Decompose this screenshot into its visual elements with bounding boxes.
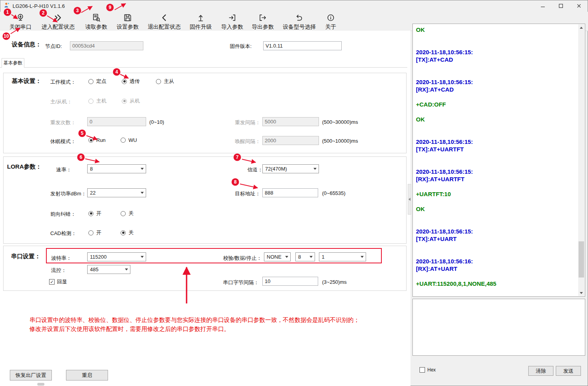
- parity-select[interactable]: NONE: [264, 252, 291, 261]
- radio-fec-on[interactable]: 开: [88, 210, 101, 217]
- log-line: [RX]:AT+CAD: [416, 86, 576, 93]
- maximize-button[interactable]: [552, 0, 570, 12]
- flow-control-label: 流控：: [51, 267, 66, 274]
- import-icon: [228, 13, 236, 24]
- radio-workmode-fixed[interactable]: 定点: [88, 78, 106, 85]
- checkbox-icon: [419, 367, 425, 373]
- warning-line-2: 修改并设置后下次使用该软件配置时，需要用修改之后的串口参数打开串口。: [29, 325, 230, 333]
- factory-reset-button[interactable]: 恢复出厂设置: [10, 370, 52, 380]
- log-line: 2020-11-18,10:56:15:: [416, 78, 576, 86]
- save-icon: [123, 13, 132, 24]
- radio-icon: [121, 230, 126, 235]
- select-value: 72(470M): [265, 166, 287, 172]
- work-mode-label: 工作模式：: [50, 79, 76, 86]
- rate-select[interactable]: 8: [87, 164, 146, 173]
- log-line: OK: [416, 26, 576, 33]
- data-bits-select[interactable]: 8: [295, 252, 315, 261]
- tab-strip: [0, 67, 407, 68]
- firmware-version-label: 固件版本:: [230, 43, 252, 50]
- radio-label: 主从: [164, 78, 174, 85]
- resend-count-range: (0~10): [149, 119, 164, 125]
- toolbar-button-exit-config[interactable]: 退出配置状态: [145, 13, 184, 30]
- chevron-down-icon: [285, 256, 288, 258]
- tab-basic-params[interactable]: 基本参数: [2, 58, 24, 68]
- toolbar-button-label: 设置参数: [117, 24, 139, 31]
- hex-checkbox[interactable]: Hex: [419, 367, 436, 373]
- target-addr-input[interactable]: [262, 188, 318, 197]
- toolbar-button-set-params[interactable]: 设置参数: [115, 13, 141, 30]
- scroll-down-icon[interactable]: [578, 290, 584, 296]
- device-info-label: 设备信息：: [12, 41, 41, 48]
- toolbar-button-label: 进入配置状态: [42, 24, 75, 31]
- toolbar-button-import-params[interactable]: 导入参数: [219, 13, 245, 30]
- radio-cad-on[interactable]: 开: [88, 229, 101, 236]
- enter-config-icon: [54, 13, 62, 24]
- toolbar-button-enter-config[interactable]: 进入配置状态: [40, 13, 76, 30]
- horizontal-scrollbar-thumb[interactable]: [37, 383, 44, 386]
- minimize-button[interactable]: [534, 0, 552, 12]
- wake-interval-range: (500~10000)ms: [322, 138, 358, 144]
- toolbar-button-label: 导出参数: [252, 24, 274, 31]
- clear-button[interactable]: 清除: [528, 366, 553, 376]
- tx-power-select[interactable]: 22: [87, 188, 146, 197]
- radio-icon: [122, 99, 127, 104]
- chevron-down-icon: [125, 268, 128, 270]
- restart-button[interactable]: 重启: [66, 370, 108, 380]
- send-input[interactable]: [413, 299, 585, 355]
- radio-label: 开: [96, 210, 101, 217]
- resend-count-input: [87, 117, 146, 126]
- log-line: [TX]:AT+UART: [416, 235, 576, 243]
- window-title: LG206-L-P-H10 V1.1.6: [13, 3, 65, 9]
- toolbar-button-about[interactable]: 关于: [323, 13, 339, 30]
- fec-label: 前向纠错：: [50, 211, 76, 218]
- radio-fec-off[interactable]: 关: [121, 210, 134, 217]
- log-line: OK: [416, 295, 576, 296]
- toolbar-button-close-serial[interactable]: 关闭串口: [6, 13, 35, 30]
- app-icon: [4, 2, 10, 10]
- flow-control-select[interactable]: 485: [87, 265, 130, 274]
- radio-workmode-masterslave[interactable]: 主从: [156, 78, 174, 85]
- send-panel: [412, 299, 585, 356]
- stop-bits-select[interactable]: 1: [319, 252, 366, 261]
- scroll-up-icon[interactable]: [578, 24, 584, 31]
- channel-select[interactable]: 72(470M): [262, 164, 319, 173]
- toolbar-button-label: 设备型号选择: [283, 24, 316, 31]
- radio-icon: [88, 211, 93, 216]
- select-value: NONE: [267, 254, 282, 260]
- log-line: OK: [416, 205, 576, 213]
- radio-icon: [121, 211, 126, 216]
- byte-interval-input[interactable]: [262, 277, 318, 286]
- select-value: 1: [322, 254, 324, 260]
- baud-label: 波特率：: [51, 255, 71, 262]
- log-line: 2020-11-18,10:56:15:: [416, 228, 576, 235]
- titlebar: LG206-L-P-H10 V1.1.6: [0, 0, 588, 12]
- select-value: 8: [298, 254, 301, 260]
- firmware-version-input[interactable]: [263, 41, 342, 50]
- radio-label: WU: [128, 137, 137, 143]
- log-line: +CAD:OFF: [416, 101, 576, 108]
- vertical-scrollbar[interactable]: [578, 24, 584, 296]
- scrollbar-thumb[interactable]: [579, 241, 584, 278]
- checkbox-label: 回显: [57, 278, 67, 285]
- select-value: 115200: [90, 254, 106, 260]
- toolbar-button-export-params[interactable]: 导出参数: [250, 13, 276, 30]
- byte-interval-range: (3~250)ms: [322, 279, 347, 285]
- select-value: 8: [90, 166, 93, 172]
- toolbar-button-firmware-upgrade[interactable]: 固件升级: [188, 13, 214, 30]
- checkbox-label: Hex: [427, 367, 436, 373]
- radio-workmode-transparent[interactable]: 透传: [122, 78, 140, 85]
- radio-sleep-run[interactable]: Run: [88, 137, 106, 143]
- send-button[interactable]: 发送: [556, 366, 581, 376]
- panel-splitter[interactable]: [408, 184, 411, 215]
- radio-cad-off[interactable]: 关: [121, 229, 134, 236]
- node-id-input[interactable]: [70, 41, 143, 50]
- chevron-down-icon: [141, 168, 144, 170]
- echo-checkbox[interactable]: ✓ 回显: [49, 278, 67, 285]
- log-line: [TX]:AT+CAD: [416, 56, 576, 63]
- close-button[interactable]: [570, 0, 588, 12]
- toolbar-button-read-params[interactable]: 读取参数: [83, 13, 109, 30]
- radio-sleep-wu[interactable]: WU: [121, 137, 137, 143]
- toolbar-button-device-model[interactable]: 设备型号选择: [280, 13, 319, 30]
- cad-label: CAD检测：: [50, 230, 76, 237]
- baud-select[interactable]: 115200: [87, 252, 146, 261]
